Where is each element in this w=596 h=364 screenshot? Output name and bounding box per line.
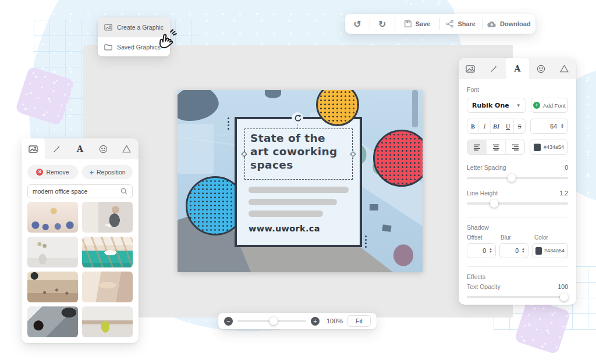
- stepper-arrows-icon[interactable]: ▲▼: [489, 248, 492, 254]
- stepper-arrows-icon[interactable]: ▲▼: [522, 248, 525, 254]
- menu-item-create-a-graphic[interactable]: Create a Graphic: [98, 17, 170, 37]
- placeholder-text-bar: [249, 199, 337, 205]
- divider: [467, 266, 568, 267]
- download-button[interactable]: Download: [483, 14, 535, 34]
- tab-text[interactable]: A: [506, 58, 529, 79]
- font-family-select[interactable]: Rubik One ▼: [467, 98, 526, 113]
- menu-item-saved-graphics[interactable]: Saved Graphics: [98, 37, 170, 56]
- share-icon: [446, 20, 454, 28]
- line-height-slider[interactable]: [467, 199, 568, 208]
- add-font-button[interactable]: + Add Font: [531, 98, 568, 113]
- selection-handle-left[interactable]: [242, 151, 247, 157]
- canvas-heading-text[interactable]: State of the art coworking spaces: [250, 132, 347, 172]
- shadow-color-field[interactable]: #434a54: [532, 243, 568, 258]
- text-opacity-label: Text Opacity: [467, 283, 501, 290]
- rotate-handle-stem: [297, 124, 297, 129]
- letter-spacing-slider[interactable]: [467, 174, 568, 182]
- placeholder-text-bar: [249, 187, 349, 193]
- remove-button[interactable]: ✕ Remove: [27, 165, 78, 179]
- fit-button[interactable]: Fit: [347, 315, 371, 327]
- design-text-card[interactable]: State of the art coworking spaces www.uw…: [235, 117, 362, 247]
- shadow-offset-field[interactable]: 0 ▲▼: [467, 243, 496, 258]
- image-search-box: [27, 184, 133, 198]
- download-cloud-icon: [487, 20, 496, 28]
- thumbnail-image[interactable]: [82, 272, 133, 302]
- thumbnail-image[interactable]: [82, 202, 133, 233]
- tab-images[interactable]: [22, 138, 45, 159]
- remove-label: Remove: [46, 169, 69, 176]
- zoom-out-button[interactable]: −: [224, 317, 233, 326]
- thumbnail-image[interactable]: [27, 202, 78, 233]
- font-style-group: B I BI U S: [467, 119, 526, 134]
- canvas-url-text[interactable]: www.uwork.ca: [249, 224, 320, 233]
- decor-dots: [228, 117, 229, 130]
- zoom-bar: − + 100% Fit: [218, 313, 377, 329]
- shadow-blur-field[interactable]: 0 ▲▼: [499, 243, 528, 258]
- thumbnail-image[interactable]: [82, 306, 133, 337]
- save-label: Save: [416, 20, 431, 27]
- redo-icon: ↻: [378, 19, 386, 30]
- tab-magic-wand[interactable]: [482, 58, 505, 79]
- align-left-button[interactable]: [467, 140, 487, 154]
- color-swatch: [534, 144, 541, 151]
- text-opacity-value: 100: [558, 283, 568, 290]
- color-swatch: [535, 247, 542, 255]
- thumbnail-image[interactable]: [27, 306, 78, 337]
- thumbnail-image[interactable]: [27, 237, 78, 267]
- shadow-blur-value: 0: [515, 247, 519, 254]
- italic-button[interactable]: I: [479, 119, 491, 133]
- folder-icon: [104, 44, 112, 51]
- shadow-offset-label: Offset: [467, 234, 496, 241]
- menu-item-label: Saved Graphics: [117, 44, 161, 51]
- thumbnail-image[interactable]: [27, 272, 78, 302]
- align-center-button[interactable]: [487, 140, 506, 154]
- align-right-button[interactable]: [506, 140, 524, 154]
- save-button[interactable]: Save: [395, 14, 439, 34]
- shadow-blur-label: Blur: [501, 234, 530, 241]
- graphic-editor-app: State of the art coworking spaces www.uw…: [0, 0, 596, 364]
- images-panel: A ✕ Remove + Reposition: [22, 138, 139, 343]
- font-section-label: Font: [467, 86, 568, 93]
- tab-images[interactable]: [459, 58, 482, 79]
- undo-button[interactable]: ↺: [345, 14, 370, 34]
- menu-item-label: Create a Graphic: [117, 24, 164, 31]
- tab-shapes[interactable]: [553, 58, 576, 79]
- reposition-label: Reposition: [97, 169, 126, 176]
- font-size-field[interactable]: 64 ▲▼: [530, 119, 568, 134]
- strikethrough-button[interactable]: S: [514, 119, 525, 133]
- rotate-handle-icon[interactable]: [292, 112, 303, 124]
- reposition-button[interactable]: + Reposition: [82, 165, 133, 179]
- bold-italic-button[interactable]: BI: [491, 119, 502, 133]
- tab-magic-wand[interactable]: [45, 138, 68, 159]
- zoom-in-button[interactable]: +: [311, 317, 320, 326]
- shadow-section-label: Shadow: [467, 224, 568, 231]
- placeholder-text-bar: [249, 210, 323, 217]
- font-name: Rubik One: [472, 102, 509, 109]
- shadow-color-label: Color: [534, 234, 548, 241]
- thumbnail-image[interactable]: [82, 237, 133, 267]
- tab-stickers[interactable]: [92, 138, 115, 159]
- tab-stickers[interactable]: [529, 58, 552, 79]
- search-icon: [120, 188, 127, 195]
- share-button[interactable]: Share: [440, 14, 482, 34]
- redo-button[interactable]: ↻: [370, 14, 395, 34]
- text-opacity-slider[interactable]: [467, 293, 568, 301]
- tab-text[interactable]: A: [68, 138, 91, 159]
- letter-spacing-value: 0: [565, 164, 568, 171]
- bold-button[interactable]: B: [467, 119, 479, 133]
- underline-button[interactable]: U: [502, 119, 514, 133]
- image-icon: [104, 24, 112, 31]
- design-canvas[interactable]: State of the art coworking spaces www.uw…: [178, 90, 423, 272]
- shadow-offset-value: 0: [483, 247, 486, 254]
- text-color-field[interactable]: #434a54: [530, 140, 568, 155]
- zoom-slider[interactable]: [237, 317, 306, 325]
- stepper-arrows-icon[interactable]: ▲▼: [560, 123, 564, 129]
- save-icon: [404, 20, 412, 28]
- text-selection-box[interactable]: State of the art coworking spaces: [244, 129, 353, 180]
- create-menu: Create a Graphic Saved Graphics: [98, 17, 170, 56]
- tab-shapes[interactable]: [115, 138, 139, 159]
- search-input[interactable]: [33, 188, 120, 195]
- left-panel-tabbar: A: [22, 138, 139, 159]
- selection-handle-right[interactable]: [350, 151, 356, 157]
- text-align-group: [467, 140, 525, 155]
